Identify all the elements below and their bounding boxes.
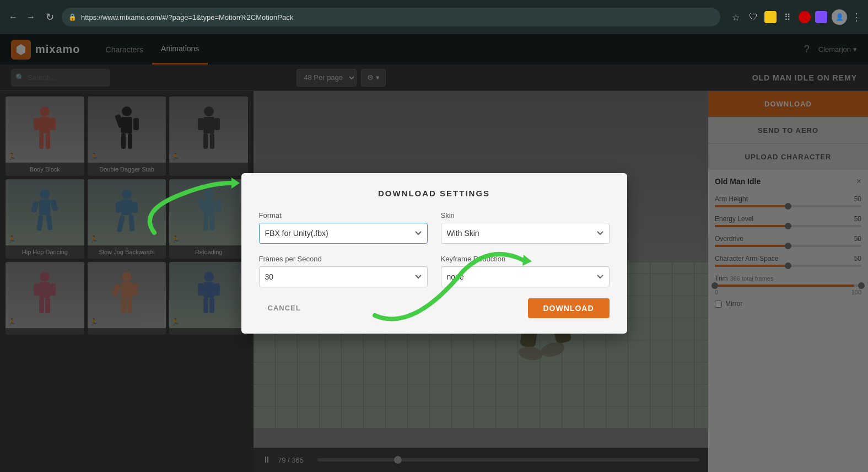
extension-icon-red[interactable] [799, 11, 811, 23]
url-bar[interactable]: 🔒 https://www.mixamo.com/#/?page=1&type=… [62, 8, 720, 26]
download-settings-modal: DOWNLOAD SETTINGS Format FBX for Unity(.… [241, 173, 627, 334]
url-text: https://www.mixamo.com/#/?page=1&type=Mo… [81, 13, 293, 22]
modal-row-1: Format FBX for Unity(.fbx) FBX(.fbx) Col… [259, 211, 610, 244]
shield-icon[interactable]: 🛡 [747, 10, 760, 24]
keyframe-field: Keyframe Reduction none uniform adaptive [441, 255, 610, 287]
extensions-icon[interactable]: ⠿ [781, 10, 794, 24]
fps-label: Frames per Second [259, 255, 428, 263]
browser-actions: ☆ 🛡 ⠿ 👤 ⋮ [729, 9, 861, 25]
refresh-icon[interactable]: ↻ [42, 11, 57, 23]
extension-icon-yellow[interactable] [764, 11, 777, 23]
extension-icon-purple[interactable] [815, 11, 827, 23]
secure-icon: 🔒 [68, 13, 77, 21]
browser-chrome: ← → ↻ 🔒 https://www.mixamo.com/#/?page=1… [0, 0, 868, 34]
modal-overlay[interactable]: DOWNLOAD SETTINGS Format FBX for Unity(.… [0, 34, 868, 472]
skin-select[interactable]: With Skin Without Skin [441, 223, 610, 244]
skin-label: Skin [441, 211, 610, 219]
svg-marker-63 [231, 178, 240, 189]
modal-footer: CANCEL DOWNLOAD [259, 298, 610, 318]
star-icon[interactable]: ☆ [729, 10, 742, 24]
cancel-button[interactable]: CANCEL [259, 298, 310, 318]
format-label: Format [259, 211, 428, 219]
modal-download-button[interactable]: DOWNLOAD [528, 298, 610, 318]
skin-field: Skin With Skin Without Skin [441, 211, 610, 244]
keyframe-select[interactable]: none uniform adaptive [441, 266, 610, 287]
browser-menu-icon[interactable]: ⋮ [851, 11, 861, 23]
modal-row-2: Frames per Second 30 24 60 Keyframe Redu… [259, 255, 610, 287]
forward-icon[interactable]: → [24, 10, 37, 24]
keyframe-label: Keyframe Reduction [441, 255, 610, 263]
user-avatar[interactable]: 👤 [832, 9, 847, 25]
format-select[interactable]: FBX for Unity(.fbx) FBX(.fbx) Collada(.d… [259, 223, 428, 244]
back-icon[interactable]: ← [7, 10, 20, 24]
modal-title: DOWNLOAD SETTINGS [259, 189, 610, 198]
format-field: Format FBX for Unity(.fbx) FBX(.fbx) Col… [259, 211, 428, 244]
fps-field: Frames per Second 30 24 60 [259, 255, 428, 287]
fps-select[interactable]: 30 24 60 [259, 266, 428, 287]
